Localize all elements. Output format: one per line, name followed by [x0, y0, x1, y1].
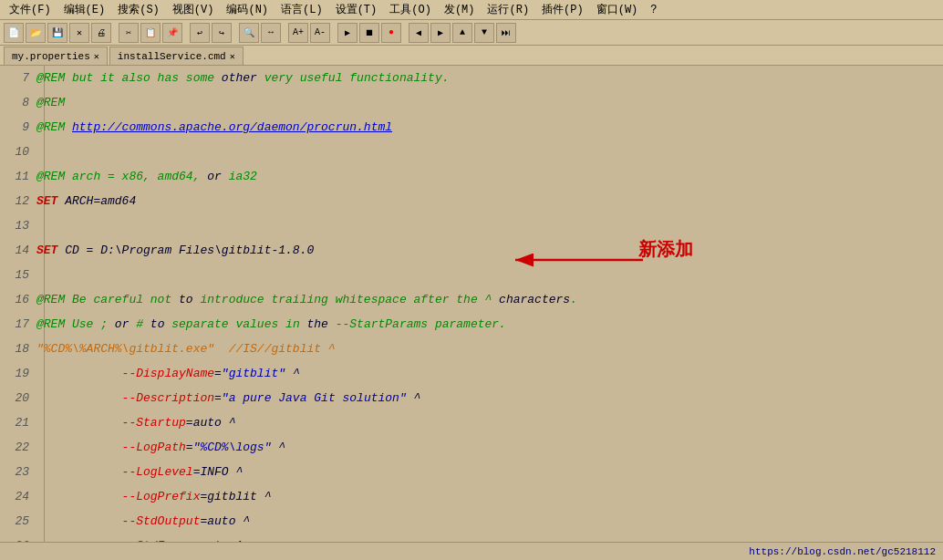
line-content-19: --DisplayName="gitblit" ^	[36, 361, 943, 386]
toolbar-new[interactable]: 📄	[4, 23, 24, 43]
code-line-26: 26 --StdError=auto ^	[0, 534, 943, 542]
toolbar-copy[interactable]: 📋	[140, 23, 161, 43]
line-num-21: 21	[0, 410, 36, 435]
toolbar-run[interactable]: ▶	[337, 23, 358, 43]
code-line-17: 17 @REM Use ; or # to separate values in…	[0, 312, 943, 337]
toolbar-find[interactable]: 🔍	[239, 23, 259, 43]
code-line-12: 12 SET ARCH=amd64	[0, 189, 943, 213]
line-num-25: 25	[0, 509, 36, 534]
menu-send[interactable]: 发(M)	[439, 0, 481, 19]
toolbar-prev[interactable]: ◀	[409, 23, 429, 43]
menu-lang[interactable]: 语言(L)	[275, 0, 328, 19]
line-num-10: 10	[0, 140, 36, 164]
toolbar-zoom-out[interactable]: A-	[310, 23, 330, 43]
menu-plugins[interactable]: 插件(P)	[536, 0, 589, 19]
code-line-16: 16 @REM Be careful not to introduce trai…	[0, 287, 943, 312]
tab-close-install-service[interactable]: ✕	[230, 51, 235, 62]
menu-window[interactable]: 窗口(W)	[591, 0, 644, 19]
toolbar-stop[interactable]: ⏹	[359, 23, 379, 43]
line-num-9: 9	[0, 115, 36, 140]
editor-area[interactable]: 7 @REM but it also has some other very u…	[0, 66, 943, 542]
line-num-24: 24	[0, 484, 36, 509]
line-num-22: 22	[0, 435, 36, 460]
toolbar-open[interactable]: 📂	[26, 23, 46, 43]
toolbar-zoom-in[interactable]: A+	[288, 23, 308, 43]
line-num-13: 13	[0, 213, 36, 238]
menu-view[interactable]: 视图(V)	[167, 0, 220, 19]
toolbar-next[interactable]: ▶	[430, 23, 451, 43]
line-content-7: @REM but it also has some other very use…	[36, 66, 943, 90]
menu-search[interactable]: 搜索(S)	[112, 0, 165, 19]
line-num-17: 17	[0, 312, 36, 337]
toolbar-close[interactable]: ✕	[69, 23, 89, 43]
code-line-11: 11 @REM arch = x86, amd64, or ia32	[0, 164, 943, 189]
tab-bar: my.properties ✕ installService.cmd ✕	[0, 46, 943, 66]
line-content-14: SET CD = D:\Program Files\gitblit-1.8.0	[36, 238, 943, 263]
line-num-11: 11	[0, 164, 36, 189]
line-num-20: 20	[0, 386, 36, 410]
toolbar-undo[interactable]: ↩	[190, 23, 210, 43]
line-num-23: 23	[0, 460, 36, 484]
menu-help[interactable]: ?	[645, 2, 662, 18]
code-line-9: 9 @REM http://commons.apache.org/daemon/…	[0, 115, 943, 140]
line-content-12: SET ARCH=amd64	[36, 189, 943, 213]
code-line-13: 13	[0, 213, 943, 238]
line-content-9: @REM http://commons.apache.org/daemon/pr…	[36, 115, 943, 140]
code-line-23: 23 --LogLevel=INFO ^	[0, 460, 943, 484]
tab-my-properties[interactable]: my.properties ✕	[4, 47, 108, 65]
line-content-17: @REM Use ; or # to separate values in th…	[36, 312, 943, 337]
code-line-19: 19 --DisplayName="gitblit" ^	[0, 361, 943, 386]
line-content-18: "%CD%\%ARCH%\gitblit.exe" //IS//gitblit …	[36, 337, 943, 361]
code-line-14: 14 SET CD = D:\Program Files\gitblit-1.8…	[0, 238, 943, 263]
tab-close-my-properties[interactable]: ✕	[94, 51, 99, 62]
toolbar-end[interactable]: ⏭	[496, 23, 516, 43]
status-bar: https://blog.csdn.net/gc5218112	[0, 542, 943, 560]
line-content-25: --StdOutput=auto ^	[36, 509, 943, 534]
toolbar-record[interactable]: ●	[381, 23, 401, 43]
menu-bar: 文件(F) 编辑(E) 搜索(S) 视图(V) 编码(N) 语言(L) 设置(T…	[0, 0, 943, 20]
line-num-12: 12	[0, 189, 36, 213]
code-line-18: 18 "%CD%\%ARCH%\gitblit.exe" //IS//gitbl…	[0, 337, 943, 361]
line-content-20: --Description="a pure Java Git solution"…	[36, 386, 943, 410]
line-num-19: 19	[0, 361, 36, 386]
line-num-14: 14	[0, 238, 36, 263]
tab-label-my-properties: my.properties	[12, 51, 90, 62]
line-num-8: 8	[0, 90, 36, 115]
toolbar-redo[interactable]: ↪	[212, 23, 232, 43]
code-line-22: 22 --LogPath="%CD%\logs" ^	[0, 435, 943, 460]
line-num-15: 15	[0, 263, 36, 287]
menu-tools[interactable]: 工具(O)	[384, 0, 437, 19]
line-content-11: @REM arch = x86, amd64, or ia32	[36, 164, 943, 189]
toolbar: 📄 📂 💾 ✕ 🖨 ✂ 📋 📌 ↩ ↪ 🔍 ↔ A+ A- ▶ ⏹ ● ◀ ▶ …	[0, 20, 943, 46]
line-num-16: 16	[0, 287, 36, 312]
menu-settings[interactable]: 设置(T)	[330, 0, 383, 19]
menu-run[interactable]: 运行(R)	[482, 0, 534, 19]
code-line-10: 10	[0, 140, 943, 164]
code-line-24: 24 --LogPrefix=gitblit ^	[0, 484, 943, 509]
code-line-25: 25 --StdOutput=auto ^	[0, 509, 943, 534]
tab-install-service[interactable]: installService.cmd ✕	[109, 47, 244, 65]
toolbar-print[interactable]: 🖨	[91, 23, 111, 43]
code-line-15: 15	[0, 263, 943, 287]
line-content-16: @REM Be careful not to introduce trailin…	[36, 287, 943, 312]
code-line-7: 7 @REM but it also has some other very u…	[0, 66, 943, 90]
toolbar-cut[interactable]: ✂	[119, 23, 139, 43]
line-content-24: --LogPrefix=gitblit ^	[36, 484, 943, 509]
annotation-label: 新添加	[638, 238, 693, 263]
toolbar-replace[interactable]: ↔	[261, 23, 281, 43]
toolbar-paste[interactable]: 📌	[162, 23, 182, 43]
menu-file[interactable]: 文件(F)	[4, 0, 57, 19]
toolbar-save[interactable]: 💾	[47, 23, 67, 43]
menu-encode[interactable]: 编码(N)	[221, 0, 274, 19]
status-url: https://blog.csdn.net/gc5218112	[749, 546, 936, 557]
line-content-8: @REM	[36, 90, 943, 115]
line-content-26: --StdError=auto ^	[36, 534, 943, 542]
tab-label-install-service: installService.cmd	[118, 51, 226, 62]
toolbar-up[interactable]: ▲	[452, 23, 472, 43]
line-content-22: --LogPath="%CD%\logs" ^	[36, 435, 943, 460]
line-num-18: 18	[0, 337, 36, 361]
menu-edit[interactable]: 编辑(E)	[58, 0, 111, 19]
toolbar-down[interactable]: ▼	[474, 23, 494, 43]
main-container: 文件(F) 编辑(E) 搜索(S) 视图(V) 编码(N) 语言(L) 设置(T…	[0, 0, 943, 560]
line-num-7: 7	[0, 66, 36, 90]
